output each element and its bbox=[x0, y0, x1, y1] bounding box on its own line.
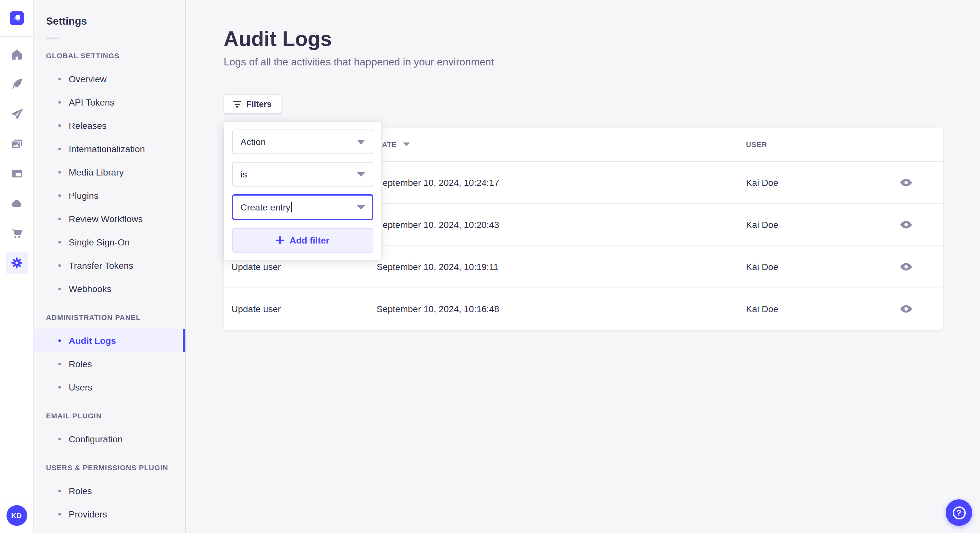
add-filter-button[interactable]: Add filter bbox=[232, 228, 373, 252]
sidebar-item-admin-roles[interactable]: Roles bbox=[34, 352, 185, 376]
logo-section bbox=[0, 0, 33, 37]
eye-icon bbox=[900, 303, 913, 316]
eye-icon bbox=[900, 260, 913, 273]
sidebar-item-plugins[interactable]: Plugins bbox=[34, 184, 185, 207]
chevron-down-icon bbox=[357, 140, 365, 144]
bullet-icon bbox=[58, 363, 61, 365]
cell-date: September 10, 2024, 10:20:43 bbox=[366, 219, 736, 230]
rail-user-section: KD bbox=[0, 497, 33, 533]
paper-plane-icon bbox=[10, 108, 23, 121]
view-log-button[interactable] bbox=[898, 217, 914, 233]
sidebar-item-transfer-tokens[interactable]: Transfer Tokens bbox=[34, 254, 185, 277]
eye-icon bbox=[900, 176, 913, 189]
sidebar-item-up-providers[interactable]: Providers bbox=[34, 503, 185, 526]
cell-user: Kai Doe bbox=[736, 219, 878, 230]
pictures-icon bbox=[10, 137, 23, 150]
cloud-nav-button[interactable] bbox=[0, 189, 33, 218]
bullet-icon bbox=[58, 148, 61, 150]
sidebar-item-review-workflows[interactable]: Review Workflows bbox=[34, 207, 185, 230]
cell-date: September 10, 2024, 10:19:11 bbox=[366, 262, 736, 272]
cell-date: September 10, 2024, 10:16:48 bbox=[366, 304, 736, 314]
section-label-administration-panel: Administration Panel bbox=[34, 306, 185, 329]
home-nav-button[interactable] bbox=[0, 40, 33, 69]
cloud-icon bbox=[10, 197, 23, 210]
question-mark-icon: ? bbox=[953, 506, 966, 519]
bullet-icon bbox=[58, 264, 61, 267]
view-log-button[interactable] bbox=[898, 259, 914, 274]
strapi-logo-icon bbox=[10, 11, 24, 25]
sidebar-item-media-library[interactable]: Media Library bbox=[34, 160, 185, 184]
strapi-logo-button[interactable] bbox=[10, 11, 24, 25]
sidebar-item-webhooks[interactable]: Webhooks bbox=[34, 277, 185, 300]
section-label-global-settings: Global Settings bbox=[34, 44, 185, 67]
sidebar-title: Settings bbox=[46, 16, 185, 27]
bullet-icon bbox=[58, 78, 61, 80]
media-library-nav-button[interactable] bbox=[0, 129, 33, 159]
cell-actions bbox=[878, 259, 943, 274]
settings-active-pill bbox=[5, 252, 27, 274]
bullet-icon bbox=[58, 438, 61, 440]
filter-icon bbox=[233, 101, 241, 107]
add-filter-label: Add filter bbox=[290, 235, 329, 246]
sidebar-item-single-sign-on[interactable]: Single Sign-On bbox=[34, 230, 185, 254]
bullet-icon bbox=[58, 194, 61, 197]
layout-icon bbox=[10, 167, 23, 180]
sidebar-item-api-tokens[interactable]: API Tokens bbox=[34, 90, 185, 114]
filter-field-value: Action bbox=[240, 136, 266, 147]
filters-button[interactable]: Filters bbox=[224, 94, 281, 114]
view-log-button[interactable] bbox=[898, 175, 914, 190]
marketplace-nav-button[interactable] bbox=[0, 218, 33, 248]
sidebar-item-audit-logs[interactable]: Audit Logs bbox=[34, 329, 185, 352]
table-row[interactable]: Update user September 10, 2024, 10:16:48… bbox=[224, 287, 943, 330]
sort-date-button[interactable] bbox=[402, 141, 411, 148]
bullet-icon bbox=[58, 386, 61, 389]
plus-icon bbox=[276, 236, 284, 244]
help-button[interactable]: ? bbox=[946, 499, 972, 526]
filters-button-label: Filters bbox=[246, 99, 272, 109]
sidebar-item-admin-users[interactable]: Users bbox=[34, 376, 185, 399]
section-administration-panel: Administration Panel Audit Logs Roles Us… bbox=[34, 306, 185, 399]
section-label-email-plugin: Email Plugin bbox=[34, 404, 185, 427]
sidebar-item-internationalization[interactable]: Internationalization bbox=[34, 137, 185, 160]
section-label-users-permissions: Users & Permissions Plugin bbox=[34, 456, 185, 479]
section-users-permissions-plugin: Users & Permissions Plugin Roles Provide… bbox=[34, 456, 185, 526]
releases-nav-button[interactable] bbox=[0, 99, 33, 129]
bullet-icon bbox=[58, 241, 61, 244]
filter-operator-select[interactable]: is bbox=[232, 162, 373, 187]
cell-user: Kai Doe bbox=[736, 262, 878, 272]
column-header-user: User bbox=[736, 141, 878, 148]
filter-field-select[interactable]: Action bbox=[232, 130, 373, 154]
bullet-icon bbox=[58, 124, 61, 127]
sidebar-item-up-roles[interactable]: Roles bbox=[34, 479, 185, 503]
bullet-icon bbox=[58, 101, 61, 104]
sort-caret-icon bbox=[403, 143, 410, 146]
filter-operator-value: is bbox=[240, 169, 247, 179]
sidebar-item-releases[interactable]: Releases bbox=[34, 114, 185, 137]
gear-icon bbox=[10, 257, 23, 270]
page-subtitle: Logs of all the activities that happened… bbox=[224, 56, 494, 68]
cell-user: Kai Doe bbox=[736, 178, 878, 188]
content-type-builder-nav-button[interactable] bbox=[0, 159, 33, 189]
section-global-settings: Global Settings Overview API Tokens Rele… bbox=[34, 44, 185, 300]
cell-actions bbox=[878, 217, 943, 233]
filters-popover: Action is Create entry Add filter bbox=[224, 121, 382, 261]
main-nav-rail: KD bbox=[0, 0, 34, 533]
sidebar-item-overview[interactable]: Overview bbox=[34, 67, 185, 90]
sidebar-item-email-configuration[interactable]: Configuration bbox=[34, 427, 185, 451]
text-cursor bbox=[291, 202, 292, 213]
filter-value-combobox[interactable]: Create entry bbox=[232, 194, 373, 220]
eye-icon bbox=[900, 218, 913, 231]
view-log-button[interactable] bbox=[898, 301, 914, 317]
bullet-icon bbox=[58, 287, 61, 290]
bullet-icon bbox=[58, 339, 61, 342]
main-content: Audit Logs Logs of all the activities th… bbox=[186, 0, 980, 533]
cart-icon bbox=[10, 227, 23, 240]
rail-icon-list bbox=[0, 37, 33, 278]
content-manager-nav-button[interactable] bbox=[0, 69, 33, 99]
feather-icon bbox=[10, 78, 23, 90]
home-icon bbox=[10, 48, 23, 61]
settings-nav-button[interactable] bbox=[0, 248, 33, 278]
user-avatar[interactable]: KD bbox=[6, 505, 27, 525]
cell-action: Update user bbox=[224, 304, 366, 314]
bullet-icon bbox=[58, 490, 61, 492]
